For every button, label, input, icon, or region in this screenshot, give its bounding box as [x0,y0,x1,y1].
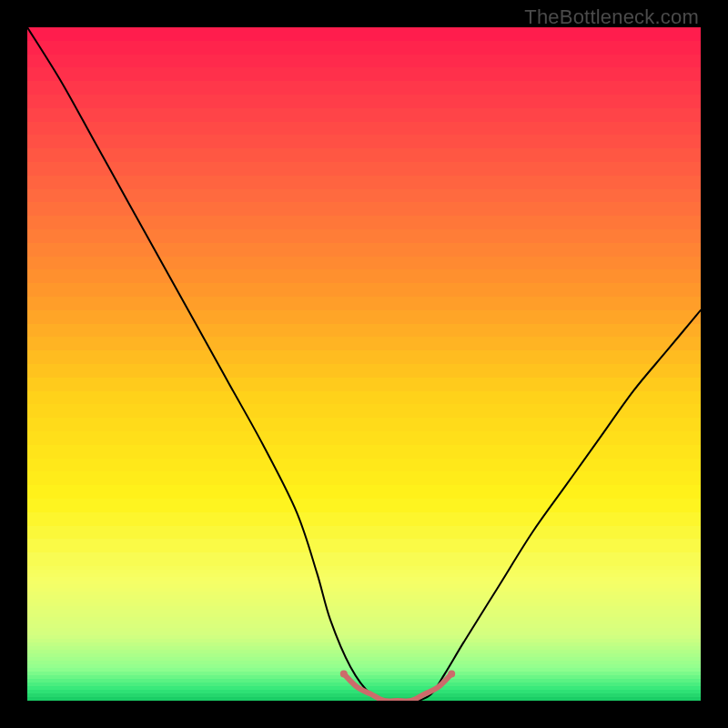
heat-gradient-background [27,27,701,701]
chart-container: TheBottleneck.com [0,0,728,728]
watermark-text: TheBottleneck.com [524,5,699,29]
plot-area [27,27,701,701]
